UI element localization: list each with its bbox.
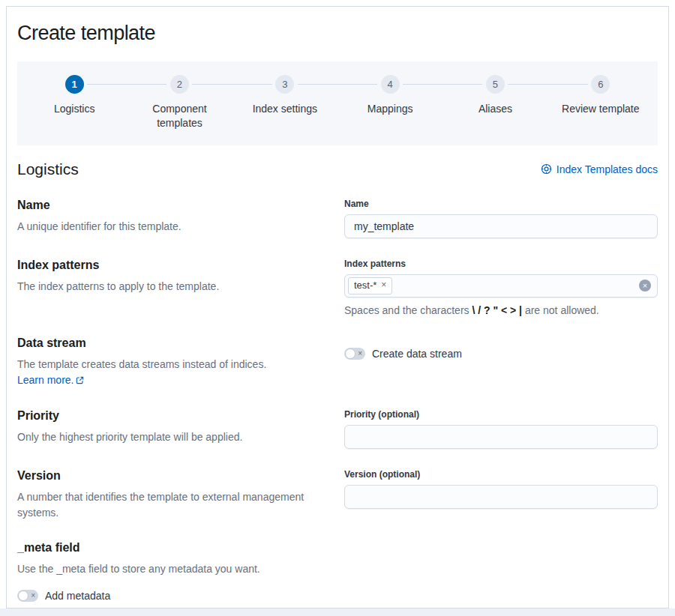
name-description-col: Name A unique identifier for this templa… — [17, 199, 344, 235]
data-stream-field-col: × Create data stream — [344, 336, 658, 360]
step-number: 6 — [591, 75, 610, 94]
name-row: Name A unique identifier for this templa… — [17, 199, 658, 238]
data-stream-row-title: Data stream — [17, 336, 344, 350]
help-suffix: are not allowed. — [522, 304, 599, 316]
step-logistics[interactable]: 1 Logistics — [22, 75, 127, 130]
name-field-label: Name — [344, 199, 658, 209]
index-patterns-field-col: Index patterns test-* × × Spaces and the… — [344, 259, 658, 316]
index-patterns-description-col: Index patterns The index patterns to app… — [17, 259, 344, 295]
priority-description-col: Priority Only the highest priority templ… — [17, 409, 344, 445]
priority-field-col: Priority (optional) — [344, 409, 658, 449]
index-pattern-pill: test-* × — [348, 277, 392, 295]
version-input[interactable] — [344, 485, 658, 509]
help-forbidden-chars: \ / ? " < > | — [472, 304, 522, 316]
data-stream-row-description: The template creates data streams instea… — [17, 357, 344, 389]
step-number: 3 — [275, 75, 294, 94]
step-index-settings[interactable]: 3 Index settings — [232, 75, 338, 130]
data-stream-description-col: Data stream The template creates data st… — [17, 336, 344, 389]
priority-field-label: Priority (optional) — [344, 409, 658, 420]
version-row-description: A number that identifies the template to… — [17, 489, 344, 521]
create-data-stream-toggle[interactable]: × — [344, 348, 365, 360]
step-number: 1 — [65, 75, 84, 94]
index-patterns-row: Index patterns The index patterns to app… — [17, 259, 658, 316]
remove-pattern-icon[interactable]: × — [381, 280, 386, 292]
clear-patterns-icon[interactable]: × — [639, 280, 651, 292]
page-bottom-strip — [0, 609, 675, 616]
toggle-off-icon: × — [358, 349, 362, 357]
step-label: Review template — [562, 102, 640, 116]
section-header: Logistics Index Templates docs — [17, 160, 658, 178]
step-number: 4 — [381, 75, 400, 94]
toggle-off-icon: × — [31, 591, 35, 599]
index-patterns-row-description: The index patterns to apply to the templ… — [17, 279, 344, 295]
learn-more-link[interactable]: Learn more. — [17, 374, 84, 386]
wizard-stepper: 1 Logistics 2 Component templates 3 Inde… — [17, 61, 658, 145]
priority-row-title: Priority — [17, 409, 344, 423]
priority-row: Priority Only the highest priority templ… — [17, 409, 658, 449]
data-stream-description-text: The template creates data streams instea… — [17, 358, 266, 370]
meta-row-description: Use the _meta field to store any metadat… — [17, 561, 658, 577]
add-metadata-label: Add metadata — [45, 590, 110, 602]
version-row-title: Version — [17, 469, 344, 483]
name-field-col: Name — [344, 199, 658, 238]
page-title: Create template — [17, 22, 658, 45]
step-label: Logistics — [54, 102, 94, 116]
step-review-template[interactable]: 6 Review template — [548, 75, 653, 130]
meta-field-block: _meta field Use the _meta field to store… — [17, 541, 658, 602]
external-link-icon — [76, 373, 84, 389]
version-row: Version A number that identifies the tem… — [17, 469, 658, 521]
step-component-templates[interactable]: 2 Component templates — [127, 75, 232, 130]
create-template-panel: Create template 1 Logistics 2 Component … — [6, 6, 669, 609]
step-label: Index settings — [253, 102, 317, 116]
step-number: 5 — [486, 75, 505, 94]
step-label: Mappings — [368, 102, 413, 116]
index-patterns-field-label: Index patterns — [344, 259, 658, 269]
toggle-knob — [18, 591, 28, 601]
docs-link-label: Index Templates docs — [556, 163, 658, 175]
documentation-icon — [541, 163, 552, 175]
step-number: 2 — [170, 75, 189, 94]
version-field-col: Version (optional) — [344, 469, 658, 509]
create-data-stream-switch-row: × Create data stream — [344, 348, 658, 360]
name-row-title: Name — [17, 199, 344, 212]
section-title: Logistics — [17, 160, 79, 178]
name-row-description: A unique identifier for this template. — [17, 219, 344, 235]
version-field-label: Version (optional) — [344, 469, 658, 480]
create-data-stream-label: Create data stream — [372, 348, 462, 360]
step-aliases[interactable]: 5 Aliases — [442, 75, 548, 130]
step-label: Aliases — [478, 102, 512, 116]
toggle-knob — [345, 348, 356, 359]
help-prefix: Spaces and the characters — [344, 304, 472, 316]
index-patterns-help-text: Spaces and the characters \ / ? " < > | … — [344, 304, 658, 316]
priority-input[interactable] — [344, 425, 658, 449]
pill-value: test-* — [354, 280, 376, 292]
index-patterns-row-title: Index patterns — [17, 259, 344, 272]
index-templates-docs-link[interactable]: Index Templates docs — [541, 163, 658, 175]
priority-row-description: Only the highest priority template will … — [17, 429, 344, 445]
meta-row-title: _meta field — [17, 541, 658, 555]
learn-more-label: Learn more. — [17, 374, 74, 386]
name-input[interactable] — [344, 214, 658, 238]
step-label: Component templates — [134, 102, 224, 130]
version-description-col: Version A number that identifies the tem… — [17, 469, 344, 521]
data-stream-row: Data stream The template creates data st… — [17, 336, 658, 389]
index-patterns-combobox[interactable]: test-* × × — [344, 274, 658, 298]
add-metadata-toggle[interactable]: × — [17, 590, 38, 602]
add-metadata-switch-row: × Add metadata — [17, 590, 658, 602]
step-mappings[interactable]: 4 Mappings — [338, 75, 442, 130]
